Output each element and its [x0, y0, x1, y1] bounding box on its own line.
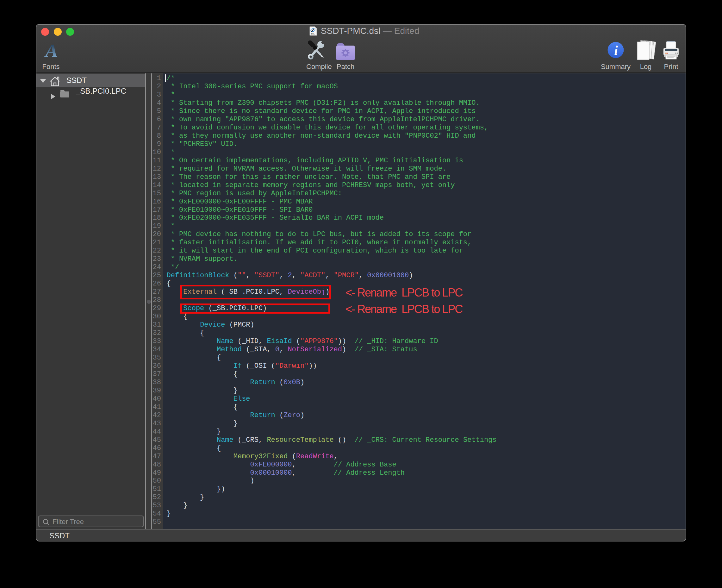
svg-text:i: i: [614, 43, 618, 58]
svg-text:DSL: DSL: [311, 33, 315, 35]
